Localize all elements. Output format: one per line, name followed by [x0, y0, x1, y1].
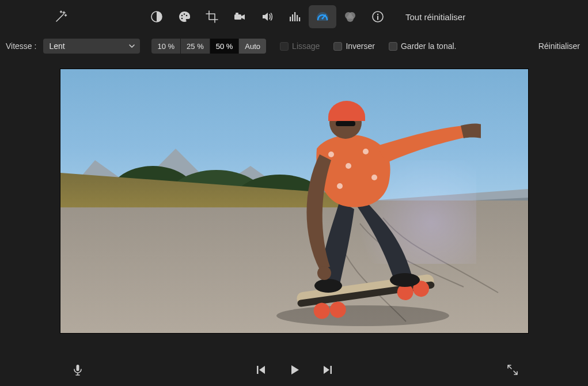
color-palette-button[interactable]	[170, 5, 198, 28]
crop-button[interactable]	[198, 5, 226, 28]
preserve-pitch-checkbox[interactable]: Garder la tonal.	[389, 41, 457, 51]
playback-controls	[252, 361, 336, 379]
preview-area	[0, 59, 588, 354]
previous-frame-button[interactable]	[252, 361, 270, 379]
svg-point-2	[184, 13, 185, 15]
svg-point-36	[337, 183, 343, 189]
reset-speed-button[interactable]: Réinitialiser	[538, 41, 580, 51]
speed-button[interactable]	[309, 5, 336, 28]
reset-all-button[interactable]: Tout réinitialiser	[405, 12, 465, 22]
camera-icon	[233, 10, 246, 24]
svg-rect-9	[294, 12, 295, 21]
svg-point-33	[346, 163, 351, 169]
play-button[interactable]	[286, 361, 303, 379]
svg-rect-6	[236, 13, 238, 14]
previous-frame-icon	[254, 363, 268, 377]
svg-point-17	[377, 14, 378, 15]
overlap-circles-icon	[343, 10, 357, 24]
svg-point-4	[181, 18, 183, 20]
reverse-label: Inverser	[346, 41, 375, 51]
equalizer-button[interactable]	[281, 5, 309, 28]
svg-rect-18	[377, 16, 378, 20]
magic-wand-button[interactable]	[47, 5, 75, 28]
checkbox-box	[280, 42, 289, 51]
speed-25pct-button[interactable]: 25 %	[181, 39, 210, 54]
app-root: Tout réinitialiser Vitesse : Lent 10 % 2…	[0, 0, 588, 386]
gauge-icon	[316, 10, 329, 24]
fullscreen-icon	[506, 363, 519, 377]
contrast-icon	[150, 10, 164, 24]
svg-point-35	[371, 175, 377, 180]
checkbox-box	[333, 42, 342, 51]
volume-icon	[260, 10, 274, 24]
reverse-checkbox[interactable]: Inverser	[333, 41, 375, 51]
crop-icon	[205, 10, 219, 24]
info-icon	[371, 10, 385, 24]
voiceover-mic-button[interactable]	[69, 361, 86, 379]
filters-button[interactable]	[336, 5, 364, 28]
speed-label: Vitesse :	[6, 41, 36, 51]
preview-skater	[233, 85, 481, 333]
svg-rect-11	[299, 17, 300, 21]
svg-point-34	[363, 149, 369, 154]
svg-rect-8	[292, 14, 293, 21]
speed-auto-button[interactable]: Auto	[239, 39, 266, 54]
svg-point-30	[314, 279, 342, 293]
svg-point-23	[276, 305, 449, 326]
chevron-down-icon	[128, 43, 135, 50]
svg-point-37	[317, 266, 331, 280]
next-frame-button[interactable]	[319, 361, 336, 379]
speed-controls-bar: Vitesse : Lent 10 % 25 % 50 % Auto Lissa…	[0, 33, 588, 59]
svg-rect-10	[297, 15, 298, 21]
svg-rect-42	[330, 366, 332, 374]
palette-icon	[177, 10, 191, 24]
adjustments-toolbar: Tout réinitialiser	[0, 0, 588, 33]
volume-button[interactable]	[253, 5, 281, 28]
preserve-pitch-label: Garder la tonal.	[401, 41, 457, 51]
stabilize-button[interactable]	[226, 5, 253, 28]
speed-percent-segmented: 10 % 25 % 50 % Auto	[151, 39, 266, 54]
svg-point-32	[328, 152, 334, 157]
video-preview[interactable]	[60, 69, 528, 333]
svg-rect-41	[257, 366, 259, 374]
contrast-button[interactable]	[143, 5, 170, 28]
svg-rect-40	[77, 365, 79, 371]
fullscreen-button[interactable]	[504, 361, 521, 379]
speed-preset-value: Lent	[49, 41, 65, 51]
speed-10pct-button[interactable]: 10 %	[151, 39, 181, 54]
svg-rect-39	[336, 121, 355, 126]
svg-rect-7	[290, 17, 291, 21]
speed-50pct-button[interactable]: 50 %	[210, 39, 240, 54]
svg-point-15	[347, 15, 354, 22]
svg-point-31	[390, 273, 420, 287]
svg-point-3	[186, 15, 188, 17]
svg-point-1	[181, 15, 183, 17]
speed-preset-dropdown[interactable]: Lent	[43, 39, 140, 54]
magic-wand-icon	[54, 10, 68, 24]
transport-bar	[0, 354, 588, 386]
smoothing-checkbox[interactable]: Lissage	[280, 41, 320, 51]
smoothing-label: Lissage	[292, 41, 320, 51]
microphone-icon	[71, 363, 85, 377]
checkbox-box	[389, 42, 397, 51]
svg-rect-5	[234, 14, 241, 20]
equalizer-icon	[288, 10, 302, 24]
info-button[interactable]	[364, 5, 392, 28]
next-frame-icon	[321, 363, 335, 377]
play-icon	[287, 363, 301, 377]
